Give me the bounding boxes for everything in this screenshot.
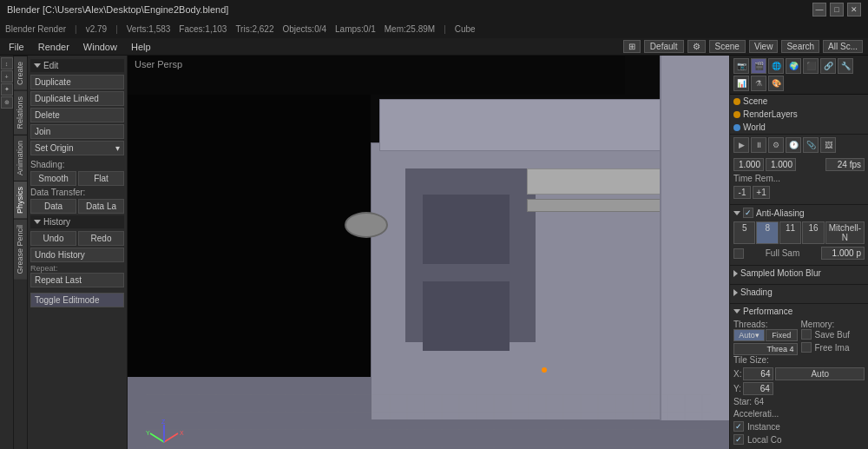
- selection-indicator: [542, 367, 547, 373]
- all-scenes-button[interactable]: All Sc...: [823, 40, 863, 53]
- fps-value-2[interactable]: 1.000: [766, 158, 796, 171]
- join-button[interactable]: Join: [30, 124, 124, 139]
- instance-checkbox[interactable]: [733, 421, 744, 432]
- fps-row: 1.000 1.000 24 fps: [733, 158, 865, 171]
- counter-minus[interactable]: -1: [733, 186, 751, 199]
- tile-x-value[interactable]: 64: [743, 367, 773, 380]
- set-origin-button[interactable]: Set Origin ▾: [30, 141, 124, 155]
- tool-icon-3[interactable]: ✦: [1, 83, 13, 96]
- search-button[interactable]: Search: [781, 40, 819, 53]
- edit-section-title[interactable]: Edit: [30, 59, 124, 72]
- side-tab-physics[interactable]: Physics: [14, 181, 27, 219]
- rp-tab-render[interactable]: 🎬: [751, 58, 766, 74]
- mem-usage: Mem:25.89M: [385, 24, 435, 34]
- fixed-btn[interactable]: Fixed: [766, 329, 797, 341]
- menu-window[interactable]: Window: [76, 40, 124, 54]
- local-co-checkbox[interactable]: [733, 434, 744, 445]
- rp-tab-object[interactable]: ⬛: [803, 58, 819, 74]
- rp-tab-camera[interactable]: 📷: [733, 58, 749, 74]
- undo-button[interactable]: Undo: [30, 231, 76, 246]
- undo-history-button[interactable]: Undo History: [30, 248, 124, 262]
- rp-tab-data[interactable]: 📊: [733, 76, 749, 91]
- scene-item-scene-label: Scene: [743, 96, 767, 106]
- data-button[interactable]: Data: [30, 199, 76, 214]
- side-tab-animation[interactable]: Animation: [14, 135, 27, 181]
- toggle-editmode-button[interactable]: Toggle Editmode: [30, 293, 124, 307]
- aa-val-8[interactable]: 8: [756, 221, 778, 244]
- undo-redo-row: Undo Redo: [30, 231, 124, 246]
- svg-rect-0: [147, 394, 711, 449]
- aa-val-5[interactable]: 5: [733, 221, 755, 244]
- flat-button[interactable]: Flat: [78, 171, 124, 186]
- local-co-label: Local Co: [747, 435, 781, 445]
- duplicate-button[interactable]: Duplicate: [30, 75, 124, 89]
- rp-tab-world[interactable]: 🌍: [786, 58, 801, 74]
- scene-dropdown[interactable]: Scene: [709, 40, 746, 53]
- threads-memory-section: Threads: Auto▾ Fixed Threa 4 Memory: Sav…: [733, 320, 865, 355]
- performance-section: Performance Threads: Auto▾ Fixed Threa 4…: [730, 304, 868, 449]
- instance-label: Instance: [747, 422, 780, 432]
- smooth-button[interactable]: Smooth: [30, 171, 76, 186]
- scene-item-renderlayers[interactable]: RenderLayers: [730, 108, 868, 121]
- redo-button[interactable]: Redo: [78, 231, 124, 246]
- menu-help[interactable]: Help: [124, 40, 158, 54]
- aa-val-11[interactable]: 11: [779, 221, 801, 244]
- maximize-button[interactable]: □: [830, 3, 844, 17]
- render-icon-2[interactable]: ⏸: [751, 137, 766, 153]
- scene-item-world[interactable]: World: [730, 121, 868, 134]
- view-mode-grid-button[interactable]: ⊞: [623, 40, 641, 53]
- viewport[interactable]: X Y Z User Persp (1) Cube 📷 View Select …: [128, 56, 729, 449]
- free-ima-checkbox[interactable]: [801, 342, 812, 353]
- aa-filter-btn[interactable]: Mitchell-N: [825, 221, 865, 244]
- full-sam-value[interactable]: 1.000 p: [821, 247, 865, 260]
- render-icon-1[interactable]: ▶: [733, 137, 749, 153]
- render-icon-3[interactable]: ⚙: [768, 137, 784, 153]
- tool-icon-1[interactable]: ↕: [1, 57, 13, 69]
- rp-tab-material[interactable]: ⚗: [751, 76, 766, 91]
- motion-blur-title[interactable]: Sampled Motion Blur: [733, 268, 865, 278]
- rp-tab-scene[interactable]: 🌐: [768, 58, 784, 74]
- auto-tile-btn[interactable]: Auto: [775, 367, 865, 380]
- auto-btn[interactable]: Auto▾: [733, 329, 765, 341]
- minimize-button[interactable]: —: [812, 3, 826, 17]
- repeat-last-button[interactable]: Repeat Last: [30, 273, 124, 287]
- rp-tab-constraints[interactable]: 🔗: [820, 58, 836, 74]
- rp-tab-modifiers[interactable]: 🔧: [838, 58, 853, 74]
- side-tab-grease-pencil[interactable]: Grease Pencil: [14, 219, 27, 280]
- render-icon-5[interactable]: 📎: [803, 137, 819, 153]
- svg-text:Z: Z: [161, 419, 166, 425]
- history-section-title[interactable]: History: [30, 215, 124, 228]
- view-search-button[interactable]: View: [749, 40, 779, 53]
- rp-tab-texture[interactable]: 🎨: [768, 76, 784, 91]
- threads-val[interactable]: Threa 4: [733, 343, 798, 355]
- scene-button[interactable]: ⚙: [687, 40, 706, 53]
- render-icon-4[interactable]: 🕐: [786, 137, 801, 153]
- save-buf-checkbox[interactable]: [801, 329, 812, 340]
- anti-aliasing-title[interactable]: Anti-Aliasing: [733, 208, 865, 218]
- tool-icon-4[interactable]: ⊕: [1, 96, 13, 109]
- close-button[interactable]: ✕: [847, 3, 861, 17]
- fps-value[interactable]: 1.000: [733, 158, 764, 171]
- side-tab-relations[interactable]: Relations: [14, 90, 27, 135]
- viewport-canvas: X Y Z User Persp (1) Cube: [128, 56, 729, 449]
- shading-title[interactable]: Shading: [733, 287, 865, 297]
- full-sam-checkbox[interactable]: [733, 248, 744, 259]
- render-icon-6[interactable]: 🖼: [820, 137, 836, 153]
- tool-icon-2[interactable]: +: [1, 70, 13, 83]
- data-la-button[interactable]: Data La: [78, 199, 124, 214]
- side-tab-create[interactable]: Create: [14, 56, 27, 90]
- delete-button[interactable]: Delete: [30, 108, 124, 122]
- layout-dropdown[interactable]: Default: [644, 40, 684, 53]
- scene-item-scene[interactable]: Scene: [730, 95, 868, 108]
- aa-checkbox[interactable]: [743, 208, 753, 218]
- counter-plus[interactable]: +1: [753, 186, 770, 199]
- duplicate-linked-button[interactable]: Duplicate Linked: [30, 91, 124, 106]
- svg-line-1: [164, 433, 178, 442]
- performance-title[interactable]: Performance: [733, 307, 865, 316]
- main-container: ↕ + ✦ ⊕ Create Relations Animation Physi…: [0, 56, 868, 449]
- menu-file[interactable]: File: [2, 40, 31, 54]
- tile-y-value[interactable]: 64: [743, 382, 773, 395]
- aa-val-16[interactable]: 16: [802, 221, 824, 244]
- window-controls[interactable]: — □ ✕: [812, 3, 861, 17]
- menu-render[interactable]: Render: [31, 40, 76, 54]
